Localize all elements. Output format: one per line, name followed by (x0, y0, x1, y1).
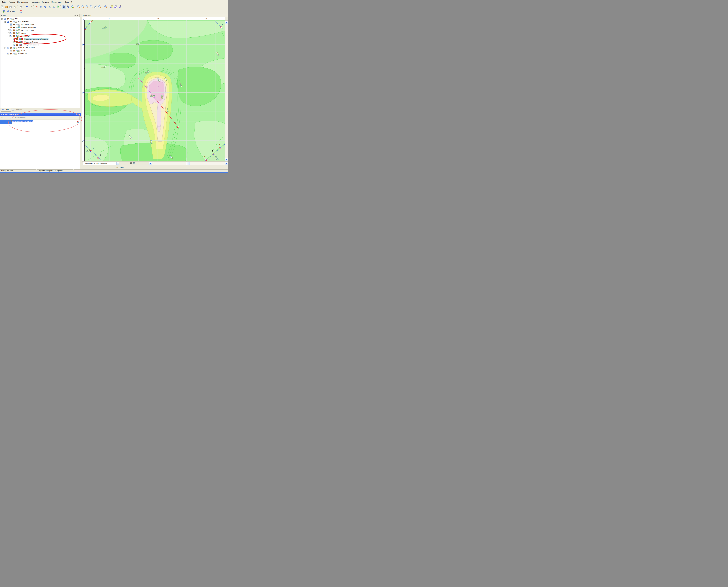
tab-properties[interactable]: Свойства (11, 108, 24, 111)
layer-color-swatch[interactable] (15, 21, 17, 23)
layer-label[interactable]: РЕЗУЛЬТАТ (21, 35, 30, 37)
redo-button[interactable]: ↷ (29, 5, 33, 9)
menu-item-инструменты[interactable]: Инструменты (16, 1, 29, 3)
layer-color-swatch[interactable] (21, 38, 23, 40)
print-state-icon[interactable] (15, 23, 18, 26)
print-state-icon[interactable] (9, 18, 12, 20)
visibility-eye-icon[interactable] (9, 20, 12, 23)
delete-button[interactable]: × (35, 5, 39, 9)
segment-name-cell[interactable]: Контрольный отрезок № 6 (11, 120, 80, 124)
layers-manage-label[interactable]: Слои... (10, 10, 16, 13)
segment-table-row[interactable]: 6 Контрольный отрезок № 6 (0, 120, 80, 124)
vertical-scrollbar[interactable] (225, 20, 228, 161)
layer-color-swatch[interactable] (18, 50, 20, 52)
menu-item-режимы[interactable]: Режимы (41, 1, 50, 3)
new-document-button[interactable]: + (0, 5, 4, 9)
visibility-eye-icon[interactable] (9, 47, 12, 49)
section-page-button[interactable] (114, 5, 118, 9)
zoom-in-button[interactable]: + (76, 5, 80, 9)
select-cursor-button[interactable] (62, 5, 66, 9)
layers-manage-button[interactable] (6, 9, 10, 14)
zoom-window-button[interactable]: ▢ (89, 5, 93, 9)
save-as-button[interactable]: / (13, 5, 17, 9)
layer-color-swatch[interactable] (18, 32, 20, 34)
print-state-icon[interactable] (15, 32, 18, 34)
layer-label[interactable]: ПОЛЬЗОВАТЕЛЬСКИЕ (18, 47, 36, 49)
pin-icon[interactable] (76, 113, 78, 116)
tree-row-12[interactable]: ИЗОЛИНИИ (4, 52, 80, 55)
layer-label[interactable]: Препятствия Шума (21, 26, 36, 28)
layer-color-swatch[interactable] (18, 29, 20, 31)
layer-color-swatch[interactable] (18, 24, 20, 25)
tree-row-6[interactable]: −РЕЗУЛЬТАТ (7, 34, 80, 38)
tree-row-10[interactable]: −ПОЛЬЗОВАТЕЛЬСКИЕ (4, 46, 80, 49)
zoom-previous-button[interactable]: ↶ (98, 5, 101, 9)
print-state-icon[interactable] (18, 44, 21, 46)
tree-row-0[interactable]: −ВСЕ (1, 17, 80, 20)
layer-color-swatch[interactable] (21, 44, 23, 46)
control-segment-endpoint[interactable] (139, 78, 140, 79)
layer-label[interactable]: ВСЕ (15, 18, 19, 20)
visibility-eye-icon[interactable] (6, 18, 9, 20)
print-state-icon[interactable] (12, 52, 15, 55)
map-viewport[interactable]: 0000000050 дБ25 дБ25 дБ55 дБ45 дБ30 дБ35… (85, 20, 225, 161)
layer-label[interactable]: ОСОБЫЕ ЗОНЫ (21, 29, 34, 31)
layer-color-swatch[interactable] (15, 53, 17, 54)
save-button[interactable] (8, 5, 13, 9)
visibility-eye-icon[interactable] (16, 41, 18, 43)
collapse-icon[interactable]: − (7, 35, 9, 37)
layer-color-swatch[interactable] (12, 18, 14, 20)
fit-extents-button[interactable] (52, 5, 56, 9)
tree-row-2[interactable]: Источники Шума (7, 23, 80, 26)
print-state-icon[interactable] (15, 29, 18, 31)
layers-add-button[interactable] (2, 9, 6, 14)
zoom-select-button[interactable]: ◆ (70, 5, 74, 9)
segment-number-cell[interactable]: 6 (0, 120, 11, 124)
visibility-eye-icon[interactable] (16, 44, 18, 46)
segment-name-input[interactable]: Контрольный отрезок № 6 (12, 120, 33, 122)
layer-color-swatch[interactable] (15, 47, 17, 49)
control-segment-endpoint[interactable] (178, 126, 179, 127)
scroll-down-button[interactable] (225, 158, 228, 161)
print-state-icon[interactable] (12, 47, 15, 49)
chevron-down-icon[interactable]: ▼ (116, 162, 119, 165)
visibility-eye-icon[interactable] (13, 49, 15, 52)
print-state-icon[interactable] (15, 26, 18, 28)
pin-icon[interactable] (74, 15, 76, 17)
scroll-left-button[interactable] (149, 162, 152, 165)
control-segment-chart-button[interactable] (19, 9, 23, 14)
section-report-button[interactable] (110, 5, 113, 9)
layer-label[interactable]: Источники Шума (21, 23, 34, 25)
expand-icon[interactable]: + (7, 32, 9, 34)
collapse-icon[interactable]: − (1, 18, 3, 20)
visibility-eye-icon[interactable] (13, 26, 15, 28)
print-state-icon[interactable] (15, 35, 18, 37)
layer-color-swatch[interactable] (18, 35, 20, 37)
expand-icon[interactable]: + (7, 29, 9, 31)
layer-label[interactable]: Результат.Изолинии (24, 44, 40, 46)
layer-label[interactable]: СЛУЖЕБНЫЕ (18, 21, 29, 23)
tree-row-4[interactable]: +ОСОБЫЕ ЗОНЫ (7, 29, 80, 32)
tree-row-11[interactable]: Слой 1 (7, 49, 80, 52)
column-number[interactable]: № (0, 116, 13, 120)
layer-color-swatch[interactable] (21, 41, 23, 43)
visibility-eye-icon[interactable] (13, 32, 15, 34)
print-state-icon[interactable] (12, 20, 15, 23)
close-icon[interactable]: × (76, 15, 79, 17)
visibility-eye-icon[interactable] (13, 23, 15, 26)
coordinate-system-combobox[interactable]: 'Глобальная Система координат' ▼ (83, 162, 119, 165)
zoom-out-button[interactable]: − (81, 5, 85, 9)
tree-row-5[interactable]: +РАСЧЕТ (7, 32, 80, 34)
copy-layer-button[interactable] (56, 5, 60, 9)
layer-color-swatch[interactable] (18, 26, 20, 28)
column-name[interactable]: Наименование (13, 116, 79, 120)
segment-chart-button[interactable] (76, 120, 79, 124)
layer-label[interactable]: РАСЧЕТ (21, 32, 28, 34)
print-state-icon[interactable] (15, 49, 18, 52)
visibility-eye-icon[interactable] (13, 29, 15, 31)
tree-row-7[interactable]: Результат.Контрольный отрезок (10, 38, 80, 41)
edit-vertices-button[interactable] (39, 5, 43, 9)
node-pair-button[interactable] (48, 5, 51, 9)
menu-item-файл[interactable]: Файл (1, 1, 7, 3)
pan-hand-button[interactable] (93, 5, 97, 9)
